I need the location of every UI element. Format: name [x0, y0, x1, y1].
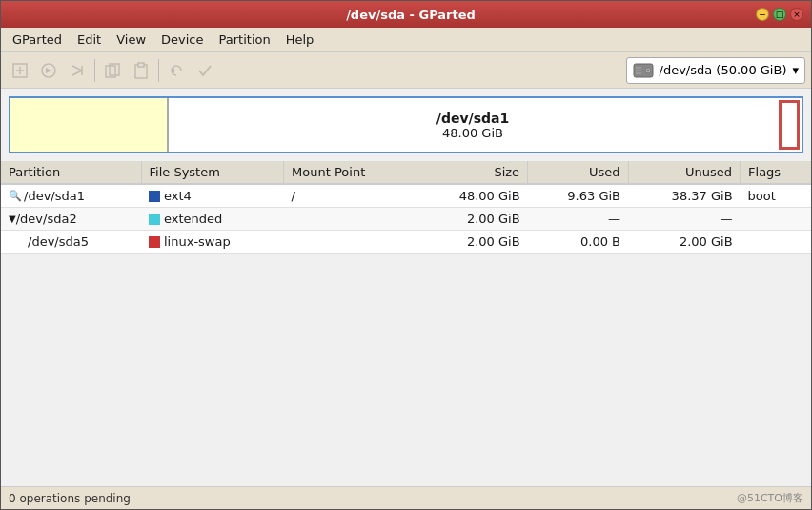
toolbar-apply-btn[interactable]	[192, 57, 218, 84]
toolbar-copy-btn[interactable]	[99, 57, 126, 84]
mount-point-cell: /	[284, 184, 416, 208]
partition-name: /dev/sda1	[24, 189, 85, 203]
disk-seg-sda1[interactable]: /dev/sda1 48.00 GiB	[169, 98, 777, 152]
disk-partition-label: /dev/sda1	[436, 111, 509, 126]
forward-icon	[68, 61, 87, 80]
filesystem-cell: extended	[141, 208, 284, 231]
toolbar-sep-1	[94, 59, 95, 82]
expand-icon: ▼	[9, 214, 16, 224]
toolbar-new-btn[interactable]	[7, 57, 33, 84]
disk-bar: /dev/sda1 48.00 GiB	[9, 96, 803, 153]
flags-cell: boot	[741, 184, 811, 208]
minimize-button[interactable]: −	[756, 8, 769, 21]
col-header-partition: Partition	[1, 161, 141, 184]
disk-partition-size: 48.00 GiB	[442, 126, 503, 140]
status-text: 0 operations pending	[9, 492, 131, 505]
menubar: GPartedEditViewDevicePartitionHelp	[1, 28, 811, 52]
svg-point-12	[647, 70, 649, 71]
device-selector[interactable]: /dev/sda (50.00 GiB) ▾	[626, 57, 805, 84]
device-dropdown-icon: ▾	[792, 63, 799, 77]
fs-color-indicator	[149, 191, 160, 202]
table-header-row: Partition File System Mount Point Size U…	[1, 161, 811, 184]
hdd-icon	[633, 62, 654, 79]
unused-cell: —	[628, 208, 741, 231]
menu-item-help[interactable]: Help	[278, 31, 322, 49]
unused-cell: 2.00 GiB	[628, 231, 741, 254]
undo-circle-icon	[39, 61, 58, 80]
device-label: /dev/sda (50.00 GiB)	[660, 63, 787, 77]
menu-item-device[interactable]: Device	[153, 31, 211, 49]
mount-point-cell	[284, 231, 416, 254]
toolbar-forward-btn[interactable]	[64, 57, 91, 84]
used-cell: 9.63 GiB	[528, 184, 628, 208]
unused-cell: 38.37 GiB	[628, 184, 741, 208]
disk-seg-sda2[interactable]	[779, 100, 800, 150]
size-cell: 48.00 GiB	[416, 184, 528, 208]
flags-cell	[741, 231, 811, 254]
flags-cell	[741, 208, 811, 231]
filesystem-cell: linux-swap	[141, 231, 284, 254]
maximize-button[interactable]: □	[773, 8, 786, 21]
col-header-flags: Flags	[741, 161, 811, 184]
key-icon: 🔍	[9, 190, 22, 202]
toolbar-revert-btn[interactable]	[163, 57, 190, 84]
partition-cell: 🔍/dev/sda1	[1, 184, 141, 208]
fs-color-indicator	[149, 236, 160, 248]
table-row[interactable]: ▼ /dev/sda2extended2.00 GiB——	[1, 208, 811, 231]
toolbar-undo-btn[interactable]	[35, 57, 62, 84]
col-header-used: Used	[528, 161, 628, 184]
toolbar: /dev/sda (50.00 GiB) ▾	[1, 52, 811, 89]
window-controls: − □ ×	[756, 8, 803, 21]
partition-name: /dev/sda2	[16, 212, 77, 226]
mount-point-cell	[284, 208, 416, 231]
svg-rect-8	[138, 63, 144, 67]
partition-name: /dev/sda5	[28, 235, 89, 249]
paste-icon	[132, 61, 151, 80]
col-header-filesystem: File System	[141, 161, 284, 184]
toolbar-sep-2	[158, 59, 159, 82]
partition-cell: /dev/sda5	[1, 231, 141, 254]
toolbar-paste-btn[interactable]	[128, 57, 154, 84]
fs-name: ext4	[164, 189, 192, 203]
menu-item-view[interactable]: View	[109, 31, 153, 49]
menu-item-edit[interactable]: Edit	[70, 31, 109, 49]
col-header-unused: Unused	[628, 161, 741, 184]
size-cell: 2.00 GiB	[416, 208, 528, 231]
watermark: @51CTO博客	[737, 491, 803, 505]
partition-table: Partition File System Mount Point Size U…	[1, 161, 811, 254]
window-title: /dev/sda - GParted	[66, 8, 756, 22]
new-icon	[10, 61, 30, 80]
partition-table-wrapper: Partition File System Mount Point Size U…	[1, 161, 811, 486]
menu-item-partition[interactable]: Partition	[212, 31, 278, 49]
copy-icon	[103, 61, 122, 80]
table-row[interactable]: 🔍/dev/sda1ext4/48.00 GiB9.63 GiB38.37 Gi…	[1, 184, 811, 208]
fs-color-indicator	[149, 214, 160, 225]
revert-icon	[167, 61, 186, 80]
main-window: /dev/sda - GParted − □ × GPartedEditView…	[0, 0, 812, 510]
apply-icon	[195, 61, 214, 80]
main-content: /dev/sda1 48.00 GiB Partition File Syste…	[1, 89, 811, 486]
used-cell: 0.00 B	[528, 231, 628, 254]
size-cell: 2.00 GiB	[416, 231, 528, 254]
statusbar: 0 operations pending @51CTO博客	[1, 486, 811, 509]
menu-item-gparted[interactable]: GParted	[5, 31, 70, 49]
close-button[interactable]: ×	[790, 8, 803, 21]
used-cell: —	[528, 208, 628, 231]
disk-seg-unallocated	[10, 98, 169, 152]
fs-name: extended	[164, 212, 222, 226]
col-header-size: Size	[416, 161, 528, 184]
title-bar: /dev/sda - GParted − □ ×	[1, 1, 811, 28]
partition-cell: ▼ /dev/sda2	[1, 208, 141, 231]
fs-name: linux-swap	[164, 235, 231, 249]
filesystem-cell: ext4	[141, 184, 284, 208]
col-header-mountpoint: Mount Point	[284, 161, 416, 184]
table-row[interactable]: /dev/sda5linux-swap2.00 GiB0.00 B2.00 Gi…	[1, 231, 811, 254]
disk-visual: /dev/sda1 48.00 GiB	[1, 89, 811, 161]
